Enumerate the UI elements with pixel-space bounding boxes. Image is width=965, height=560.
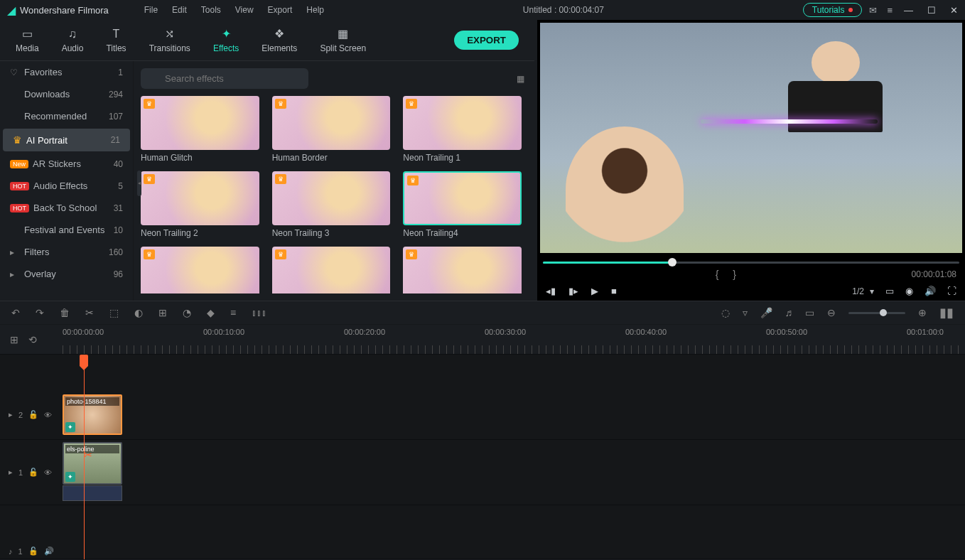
effect-card[interactable]: ♛Neon Ring 3: [403, 247, 522, 294]
render-icon[interactable]: ◌: [721, 307, 730, 318]
crop-icon[interactable]: ⬚: [109, 307, 119, 318]
clip-video[interactable]: els-poline ✦ ✂: [63, 442, 122, 485]
lock-icon[interactable]: 🔓: [28, 410, 38, 419]
sidebar-item-ar-stickers[interactable]: NewAR Stickers40: [0, 153, 133, 175]
volume-icon[interactable]: 🔊: [44, 546, 54, 556]
sidebar-collapse-handle[interactable]: ◂: [136, 67, 142, 299]
redo-icon[interactable]: ↷: [36, 307, 44, 318]
preview-progress[interactable]: [543, 260, 959, 264]
effect-card[interactable]: ♛Neon Trailing 2: [141, 171, 259, 238]
zoom-ratio-select[interactable]: 1/2▾: [852, 286, 874, 296]
color-icon[interactable]: ◐: [134, 307, 143, 318]
adjust-icon[interactable]: ≡: [230, 307, 236, 318]
lock-icon[interactable]: 🔓: [28, 546, 38, 556]
menu-view[interactable]: View: [228, 5, 261, 15]
sidebar-item-audio-effects[interactable]: HOTAudio Effects5: [0, 175, 133, 197]
grid-view-icon[interactable]: ▦: [514, 71, 527, 87]
tab-titles[interactable]: TTitles: [97, 23, 134, 58]
timeline-options-icon[interactable]: ▮▮: [939, 305, 954, 321]
marker-brackets[interactable]: { }: [716, 269, 742, 280]
stop-button[interactable]: ■: [611, 286, 617, 296]
menu-tools[interactable]: Tools: [194, 5, 228, 15]
tab-transitions[interactable]: ⤭Transitions: [141, 23, 199, 58]
add-track-icon[interactable]: ⊞: [10, 334, 18, 345]
sidebar-item-ai-portrait[interactable]: ♛AI Portrait21: [3, 129, 130, 151]
volume-icon[interactable]: 🔊: [924, 286, 936, 296]
effects-sidebar: ♡Favorites1 Downloads294 Recommended107 …: [0, 61, 134, 301]
prev-frame-button[interactable]: ◂▮: [546, 286, 556, 296]
text-tool-icon[interactable]: ⊞: [158, 307, 167, 318]
track-type-icon: ▸: [9, 410, 13, 419]
clip-photo[interactable]: photo-158841✦: [63, 394, 122, 435]
tab-split-screen[interactable]: ▦Split Screen: [311, 23, 374, 58]
fullscreen-icon[interactable]: ⛶: [947, 286, 956, 296]
split-icon: ▦: [338, 27, 348, 41]
folder-icon: ▭: [22, 27, 33, 41]
sidebar-item-overlay[interactable]: ▸Overlay96: [0, 263, 133, 285]
list-icon[interactable]: ≡: [887, 5, 893, 16]
sidebar-item-favorites[interactable]: ♡Favorites1: [0, 61, 133, 83]
menu-export[interactable]: Export: [261, 5, 300, 15]
menu-help[interactable]: Help: [299, 5, 331, 15]
minimize-button[interactable]: —: [904, 5, 913, 16]
effect-card[interactable]: ♛Neon Trailing4: [403, 171, 522, 238]
tab-media[interactable]: ▭Media: [7, 23, 48, 58]
zoom-slider[interactable]: [848, 312, 905, 314]
record-icon[interactable]: 🎤: [760, 307, 772, 318]
snapshot-icon[interactable]: ◉: [905, 286, 913, 296]
audio-vis-icon[interactable]: ⫾⫾⫾: [252, 307, 266, 318]
ruler-timestamp: 00:00:10:00: [203, 328, 244, 336]
heart-icon: ♡: [10, 68, 24, 77]
effect-label: Neon Trailing4: [403, 228, 522, 238]
cut-icon[interactable]: ✂: [85, 307, 94, 318]
menu-file[interactable]: File: [137, 5, 165, 15]
undo-icon[interactable]: ↶: [11, 307, 20, 318]
eye-icon[interactable]: 👁: [44, 468, 52, 477]
tab-elements[interactable]: ❖Elements: [253, 23, 306, 58]
zoom-out-icon[interactable]: ⊖: [827, 307, 836, 318]
effects-icon: ✦: [222, 27, 231, 41]
next-frame-button[interactable]: ▮▸: [568, 286, 578, 296]
effect-card[interactable]: ♛Human Border: [272, 96, 391, 163]
effect-card[interactable]: ♛Neon Trailing 1: [403, 96, 522, 163]
sidebar-item-festival[interactable]: Festival and Events10: [0, 219, 133, 241]
speed-icon[interactable]: ◔: [183, 307, 191, 318]
zoom-in-icon[interactable]: ⊕: [918, 307, 927, 318]
ruler-timestamp: 00:00:30:00: [485, 328, 526, 336]
close-button[interactable]: ✕: [950, 5, 958, 16]
effect-card[interactable]: ♛Human Glitch: [141, 96, 259, 163]
play-button[interactable]: ▶: [591, 286, 598, 296]
sidebar-item-downloads[interactable]: Downloads294: [0, 83, 133, 105]
eye-icon[interactable]: 👁: [44, 411, 52, 419]
effects-grid: ♛Human Glitch♛Human Border♛Neon Trailing…: [141, 96, 527, 294]
effect-card[interactable]: ♛Neon Trailing 3: [272, 171, 391, 238]
preview-video[interactable]: [540, 23, 962, 253]
search-input[interactable]: [141, 68, 308, 89]
hot-badge: HOT: [10, 204, 29, 212]
titlebar: ◢ Wondershare Filmora File Edit Tools Vi…: [0, 0, 965, 20]
menu-edit[interactable]: Edit: [165, 5, 194, 15]
delete-icon[interactable]: 🗑: [60, 307, 70, 318]
clip-audio-segment[interactable]: [63, 485, 122, 501]
tab-audio[interactable]: ♫Audio: [53, 23, 92, 58]
mixer-icon[interactable]: ♬: [785, 307, 793, 318]
maximize-button[interactable]: ☐: [927, 5, 936, 16]
tab-effects[interactable]: ✦Effects: [205, 23, 247, 58]
link-icon[interactable]: ⟲: [28, 334, 37, 345]
tutorials-button[interactable]: Tutorials: [803, 3, 863, 17]
message-icon[interactable]: ✉: [869, 5, 877, 16]
elements-icon: ❖: [274, 27, 284, 41]
marker-icon[interactable]: ▿: [743, 307, 748, 318]
sidebar-item-filters[interactable]: ▸Filters160: [0, 241, 133, 263]
time-ruler[interactable]: 00:00:00:0000:00:10:0000:00:20:0000:00:3…: [63, 325, 965, 354]
effect-card[interactable]: ♛Neon Ring 1: [141, 247, 259, 294]
export-button[interactable]: EXPORT: [454, 31, 519, 50]
sidebar-item-back-to-school[interactable]: HOTBack To School31: [0, 197, 133, 219]
crown-icon: ♛: [13, 134, 22, 146]
effect-card[interactable]: ♛Neon Ring 2: [272, 247, 391, 294]
guide-icon[interactable]: ▭: [805, 307, 814, 318]
keyframe-icon[interactable]: ◆: [207, 307, 215, 318]
display-icon[interactable]: ▭: [885, 286, 894, 296]
lock-icon[interactable]: 🔓: [28, 468, 38, 477]
sidebar-item-recommended[interactable]: Recommended107: [0, 105, 133, 127]
